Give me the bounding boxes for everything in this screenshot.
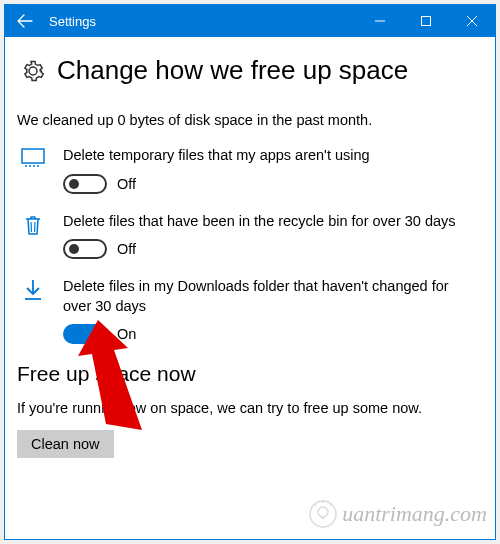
maximize-button[interactable] [403, 5, 449, 37]
minimize-button[interactable] [357, 5, 403, 37]
page-content: Change how we free up space We cleaned u… [5, 37, 495, 458]
svg-line-6 [31, 222, 32, 232]
option-label: Delete temporary files that my apps aren… [63, 146, 479, 166]
download-icon [21, 277, 45, 344]
watermark: uantrimang.com [308, 499, 487, 529]
page-header: Change how we free up space [21, 55, 479, 86]
minimize-icon [375, 16, 385, 26]
trash-icon [21, 212, 45, 260]
toggle-state: On [117, 326, 136, 342]
window-title: Settings [49, 14, 96, 29]
svg-point-11 [310, 501, 336, 527]
svg-rect-4 [22, 149, 44, 163]
clean-now-button[interactable]: Clean now [17, 430, 114, 458]
freeup-desc: If you're running low on space, we can t… [17, 400, 479, 416]
toggle-temp-files[interactable] [63, 174, 107, 194]
monitor-icon [21, 146, 45, 194]
toggle-recycle-bin[interactable] [63, 239, 107, 259]
back-button[interactable] [5, 5, 45, 37]
lightbulb-icon [308, 499, 338, 529]
option-label: Delete files in my Downloads folder that… [63, 277, 479, 316]
svg-point-12 [318, 507, 328, 517]
cleanup-summary: We cleaned up 0 bytes of disk space in t… [17, 112, 479, 128]
gear-icon [21, 59, 45, 83]
option-temp-files: Delete temporary files that my apps aren… [21, 146, 479, 194]
close-icon [467, 16, 477, 26]
toggle-downloads[interactable] [63, 324, 107, 344]
option-label: Delete files that have been in the recyc… [63, 212, 479, 232]
toggle-state: Off [117, 241, 136, 257]
close-button[interactable] [449, 5, 495, 37]
svg-line-15 [330, 504, 332, 506]
freeup-heading: Free up space now [17, 362, 479, 386]
svg-line-7 [35, 222, 36, 232]
option-downloads: Delete files in my Downloads folder that… [21, 277, 479, 344]
titlebar: Settings [5, 5, 495, 37]
svg-rect-1 [422, 17, 431, 26]
option-recycle-bin: Delete files that have been in the recyc… [21, 212, 479, 260]
maximize-icon [421, 16, 431, 26]
toggle-state: Off [117, 176, 136, 192]
settings-window: Settings Change how we free up space [4, 4, 496, 540]
page-title: Change how we free up space [57, 55, 408, 86]
back-arrow-icon [17, 13, 33, 29]
svg-line-16 [314, 504, 316, 506]
